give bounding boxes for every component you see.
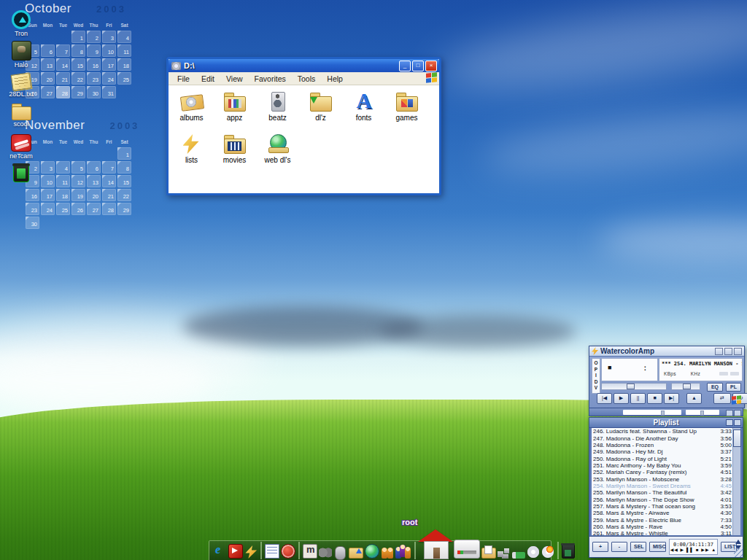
desktop-shortcut[interactable]: Halo — [0, 41, 42, 71]
file-item[interactable]: fonts — [342, 90, 385, 132]
playlist-track-row[interactable]: 259. Mars & Mystre - Electric Blue 7:33 — [592, 516, 733, 523]
desktop-shortcut[interactable]: scool — [0, 102, 42, 133]
menu-item[interactable]: View — [220, 74, 249, 83]
netcam-app-icon[interactable] — [11, 134, 31, 152]
clutterbar-letter[interactable]: D — [595, 379, 598, 386]
playlist-track-row[interactable]: 254. Marilyn Manson - Sweet Dreams 4:45 — [592, 483, 733, 489]
playlist-track-row[interactable]: 253. Marilyn Manson - Mobscene 3:28 — [592, 475, 733, 482]
desktop-shortcut[interactable] — [0, 163, 42, 194]
volume-slider-knob[interactable] — [683, 384, 691, 389]
shuffle-button[interactable]: ⇄ — [713, 393, 731, 404]
menu-item[interactable]: Tools — [292, 74, 322, 83]
menu-item[interactable]: File — [171, 74, 196, 83]
scool-folder-icon[interactable] — [11, 104, 31, 120]
menu-item[interactable]: Favorites — [249, 74, 292, 83]
halo-shortcut-icon[interactable] — [12, 41, 31, 61]
eq-shade-button[interactable] — [726, 410, 733, 416]
close-button[interactable]: × — [425, 61, 437, 71]
eject-button[interactable]: ▲ — [686, 393, 702, 404]
maximize-button[interactable]: □ — [412, 61, 424, 71]
playlist-track-row[interactable]: 247. Madonna - Die Another Day 3:56 — [592, 435, 733, 441]
burn-cd-icon[interactable] — [541, 545, 554, 559]
mirc-icon[interactable] — [303, 544, 317, 559]
previous-button[interactable]: |◀ — [597, 393, 612, 404]
file-item[interactable]: albums — [170, 90, 213, 132]
volume-slider[interactable] — [671, 383, 700, 390]
file-item[interactable]: dl'z — [299, 90, 342, 132]
playlist-track-row[interactable]: 250. Madonna - Ray of Light 5:21 — [592, 455, 733, 462]
play-button[interactable]: ▶ — [614, 393, 629, 404]
tron-shortcut-icon[interactable] — [12, 10, 31, 29]
root-home-icon[interactable] — [419, 529, 452, 559]
scroll-up-arrow[interactable] — [735, 540, 741, 544]
playlist-track-row[interactable]: 255. Marilyn Manson - The Beautiful 3:42 — [592, 489, 733, 496]
playlist-track-row[interactable]: 246. Ludacris feat. Shawnna - Stand Up 3… — [592, 428, 733, 435]
player-titlebar[interactable]: WatercolorAmp — [589, 346, 744, 357]
download-manager-icon[interactable] — [228, 544, 243, 559]
cd-icon[interactable] — [527, 545, 540, 559]
playlist-track-row[interactable]: 256. Marilyn Manson - The Dope Show 4:01 — [592, 496, 733, 502]
file-item[interactable]: lists — [170, 132, 213, 174]
drive-icon[interactable] — [454, 540, 480, 559]
add-track-button[interactable]: + — [592, 542, 608, 552]
player-minimize-button[interactable] — [715, 348, 723, 355]
clutterbar-letter[interactable]: I — [595, 373, 597, 379]
explorer-titlebar[interactable]: D:\ _ □ × — [169, 59, 439, 72]
desktop-shortcut[interactable]: Tron — [0, 10, 42, 41]
playlist-scrollbar[interactable] — [732, 428, 740, 535]
eq-shade-slider[interactable] — [686, 410, 719, 415]
eq-shade-slider[interactable] — [623, 410, 681, 415]
player-close-button[interactable] — [734, 348, 742, 355]
resize-grip[interactable] — [734, 548, 743, 557]
clutterbar-letter[interactable]: P — [595, 367, 597, 373]
equalizer-shade-bar[interactable] — [589, 408, 743, 416]
pause-button[interactable]: || — [630, 393, 646, 404]
ftp-folder-icon[interactable] — [349, 548, 363, 559]
parts-icon[interactable] — [498, 545, 511, 559]
playlist-titlebar[interactable]: Playlist — [589, 418, 743, 428]
globe-icon[interactable] — [365, 544, 379, 559]
playlist-close-button[interactable] — [734, 419, 741, 426]
shield-icon[interactable] — [281, 544, 295, 559]
desktop-shortcut[interactable]: 28DL.txt — [0, 71, 42, 102]
file-item[interactable]: appz — [213, 90, 256, 132]
playlist-shade-button[interactable] — [726, 419, 733, 426]
misc-button[interactable]: MISC — [649, 542, 666, 552]
playlist-track-row[interactable]: 260. Mars & Mystre - Rave 4:50 — [592, 524, 733, 530]
text-file-icon[interactable] — [11, 72, 32, 90]
trash-icon[interactable] — [562, 544, 575, 559]
file-item[interactable]: beatz — [256, 90, 299, 132]
next-button[interactable]: ▶| — [664, 393, 679, 404]
playlist-track-row[interactable]: 257. Mars & Mystery - That ocean song 3:… — [592, 503, 733, 510]
scrollbar-thumb[interactable] — [733, 429, 741, 447]
select-button[interactable]: SEL — [630, 542, 646, 552]
pl-button[interactable]: PL — [726, 383, 741, 392]
remove-track-button[interactable]: - — [611, 542, 627, 552]
binoculars-icon[interactable] — [319, 545, 332, 559]
usb-stick-icon[interactable] — [512, 552, 525, 559]
group-people-icon[interactable] — [395, 545, 411, 559]
mouse-icon[interactable] — [335, 546, 346, 560]
playlist-track-row[interactable]: 252. Mariah Carey - Fantasy (remix) 4:51 — [592, 469, 733, 475]
seek-slider[interactable] — [601, 383, 667, 390]
file-item[interactable]: web dl's — [256, 132, 299, 174]
clutterbar-letter[interactable]: V — [595, 385, 597, 392]
recycle-bin-icon[interactable] — [13, 165, 29, 182]
eq-button[interactable]: EQ — [707, 383, 723, 392]
file-item[interactable]: movies — [213, 132, 256, 174]
winamp-lightning-icon[interactable] — [244, 545, 258, 559]
playlist-track-row[interactable]: 249. Madonna - Hey Mr. Dj 3:37 — [592, 448, 733, 455]
minimize-button[interactable]: _ — [399, 61, 411, 71]
messenger-people-icon[interactable] — [381, 545, 394, 559]
clutterbar-letter[interactable]: O — [594, 360, 597, 367]
playlist-track-row[interactable]: 251. Marc Anthony - My Baby You 3:59 — [592, 462, 733, 469]
playlist-track-row[interactable]: 258. Mars & Mystre - Airwave 4:30 — [592, 510, 733, 516]
menu-item[interactable]: Help — [321, 74, 349, 83]
file-item[interactable]: games — [385, 90, 428, 132]
desktop-shortcut[interactable]: neTcam — [0, 133, 42, 163]
ie-browser-icon[interactable] — [214, 545, 227, 559]
seek-slider-knob[interactable] — [627, 384, 635, 389]
eq-close-button[interactable] — [734, 410, 741, 416]
stop-button[interactable]: ■ — [647, 393, 662, 404]
playlist-track-row[interactable]: 261. Mars & Mystre - Whistle 3:11 — [592, 530, 733, 535]
